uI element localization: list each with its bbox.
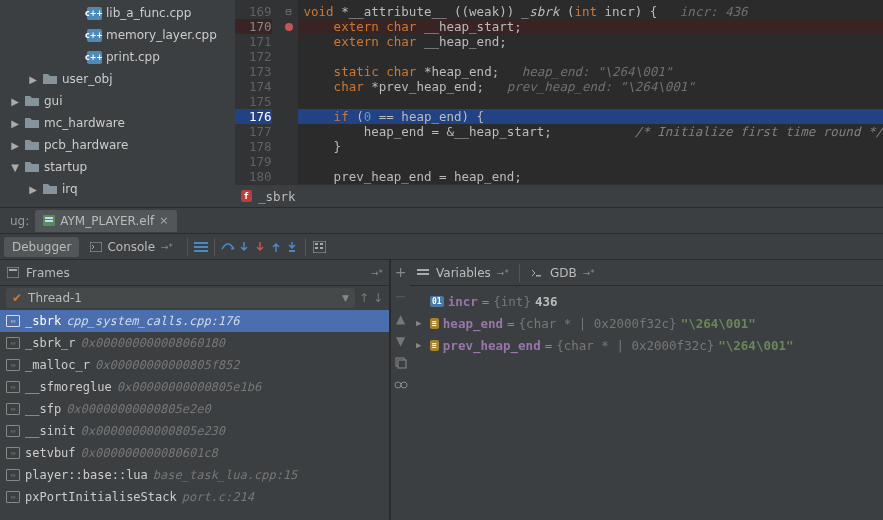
folder-icon	[42, 71, 58, 87]
svg-point-19	[401, 382, 407, 388]
svg-rect-3	[45, 220, 53, 222]
tab-console[interactable]: Console→*	[81, 237, 181, 257]
run-to-cursor-icon[interactable]	[285, 240, 299, 254]
svg-rect-20	[417, 269, 429, 271]
variable-row[interactable]: ▶≡ heap_end = {char * | 0x2000f32c} "\26…	[410, 312, 883, 334]
stack-frame[interactable]: ▭_malloc_r 0x00000000000805f852	[0, 354, 389, 376]
code-editor[interactable]: 169170171172173174175176177178179180 ⊟ v…	[235, 0, 884, 207]
threads-icon[interactable]	[194, 240, 208, 254]
tree-folder[interactable]: ▶irq	[0, 178, 235, 200]
console-icon	[89, 240, 103, 254]
vars-icon	[416, 266, 430, 280]
frame-icon: ▭	[6, 469, 20, 481]
stack-frame[interactable]: ▭pxPortInitialiseStack port.c:214	[0, 486, 389, 508]
run-config-tab[interactable]: AYM_PLAYER.elf ×	[35, 210, 176, 232]
debug-label: ug:	[4, 214, 35, 228]
tree-file[interactable]: c++lib_a_func.cpp	[0, 2, 235, 24]
stack-frame[interactable]: ▭_sbrk cpp_system_calls.cpp:176	[0, 310, 389, 332]
svg-rect-2	[45, 217, 53, 219]
tree-file[interactable]: c++print.cpp	[0, 46, 235, 68]
add-button[interactable]: +	[395, 264, 407, 280]
expand-icon[interactable]: ▶	[10, 140, 20, 151]
var-badge: ≡	[430, 340, 439, 351]
down-button[interactable]: ▼	[396, 334, 405, 348]
check-icon: ✔	[12, 291, 22, 305]
prev-frame-button[interactable]: ↑	[359, 291, 369, 305]
evaluate-icon[interactable]	[312, 240, 326, 254]
variable-row[interactable]: ▶≡ prev_heap_end = {char * | 0x2000f32c}…	[410, 334, 883, 356]
frames-title: Frames	[26, 266, 70, 280]
var-badge: ≡	[430, 318, 439, 329]
force-step-into-icon[interactable]	[253, 240, 267, 254]
svg-rect-13	[320, 247, 323, 249]
breadcrumb-function[interactable]: _sbrk	[258, 189, 296, 204]
tab-debugger[interactable]: Debugger	[4, 237, 79, 257]
expand-icon[interactable]: ▶	[10, 118, 20, 129]
next-frame-button[interactable]: ↓	[373, 291, 383, 305]
up-button[interactable]: ▲	[396, 312, 405, 326]
stack-frame[interactable]: ▭__sfmoreglue 0x00000000000805e1b6	[0, 376, 389, 398]
tree-folder[interactable]: ▶user_obj	[0, 68, 235, 90]
link-icon[interactable]	[394, 378, 408, 392]
gutter-marks: ⊟	[280, 0, 298, 207]
svg-rect-7	[194, 250, 208, 252]
variable-row[interactable]: 01 incr = {int} 436	[410, 290, 883, 312]
stack-frame[interactable]: ▭player::base::lua base_task_lua.cpp:15	[0, 464, 389, 486]
expand-icon[interactable]: ▶	[10, 96, 20, 107]
function-badge: f	[241, 190, 252, 202]
frame-icon: ▭	[6, 337, 20, 349]
svg-rect-8	[289, 250, 295, 252]
svg-rect-22	[536, 275, 541, 277]
chevron-down-icon: ▼	[342, 293, 349, 303]
cpp-icon: c++	[87, 51, 102, 64]
thread-selector[interactable]: ✔ Thread-1 ▼	[6, 288, 355, 308]
svg-rect-5	[194, 242, 208, 244]
tree-folder[interactable]: ▶gui	[0, 90, 235, 112]
folder-icon	[24, 93, 40, 109]
stack-frame[interactable]: ▭_sbrk_r 0x000000000008060180	[0, 332, 389, 354]
frame-icon: ▭	[6, 359, 20, 371]
tree-folder[interactable]: ▶pcb_hardware	[0, 134, 235, 156]
remove-button[interactable]: −	[395, 288, 407, 304]
code-area: void *__attribute__ ((weak)) _sbrk (int …	[298, 0, 884, 207]
line-gutter: 169170171172173174175176177178179180	[235, 0, 280, 207]
copy-icon[interactable]	[394, 356, 408, 370]
run-tab-bar: ug: AYM_PLAYER.elf ×	[0, 207, 883, 233]
step-out-icon[interactable]	[269, 240, 283, 254]
stack-frame[interactable]: ▭__sfp 0x00000000000805e2e0	[0, 398, 389, 420]
close-icon[interactable]: ×	[159, 214, 168, 227]
frame-icon: ▭	[6, 315, 20, 327]
folder-icon	[24, 137, 40, 153]
svg-rect-21	[417, 273, 429, 275]
tab-variables[interactable]: Variables	[436, 266, 491, 280]
frame-list[interactable]: ▭_sbrk cpp_system_calls.cpp:176▭_sbrk_r …	[0, 310, 389, 520]
stack-frame[interactable]: ▭setvbuf 0x000000000080601c8	[0, 442, 389, 464]
frames-side-tools: + − ▲ ▼	[390, 260, 410, 520]
expand-icon[interactable]: ▶	[28, 184, 38, 195]
frame-icon: ▭	[6, 403, 20, 415]
expand-icon[interactable]: ▶	[28, 74, 38, 85]
frame-icon: ▭	[6, 447, 20, 459]
stack-frame[interactable]: ▭__sinit 0x00000000000805e230	[0, 420, 389, 442]
tree-folder[interactable]: ▼startup	[0, 156, 235, 178]
tree-file[interactable]: c++memory_layer.cpp	[0, 24, 235, 46]
frame-icon: ▭	[6, 425, 20, 437]
svg-rect-12	[315, 247, 318, 249]
folder-icon	[24, 159, 40, 175]
gdb-icon	[530, 266, 544, 280]
svg-rect-15	[9, 269, 17, 271]
frames-icon	[6, 266, 20, 280]
project-tree[interactable]: c++lib_a_func.cppc++memory_layer.cppc++p…	[0, 0, 235, 207]
svg-rect-11	[320, 243, 323, 245]
step-into-icon[interactable]	[237, 240, 251, 254]
debug-toolbar: Debugger Console→*	[0, 233, 883, 260]
step-over-icon[interactable]	[221, 240, 235, 254]
variables-list[interactable]: 01 incr = {int} 436▶≡ heap_end = {char *…	[410, 286, 883, 520]
folder-icon	[42, 181, 58, 197]
expand-icon[interactable]: ▼	[10, 162, 20, 173]
svg-rect-10	[315, 243, 318, 245]
svg-rect-6	[194, 246, 208, 248]
tree-folder[interactable]: ▶mc_hardware	[0, 112, 235, 134]
cpp-icon: c++	[87, 29, 102, 42]
tab-gdb[interactable]: GDB	[550, 266, 577, 280]
